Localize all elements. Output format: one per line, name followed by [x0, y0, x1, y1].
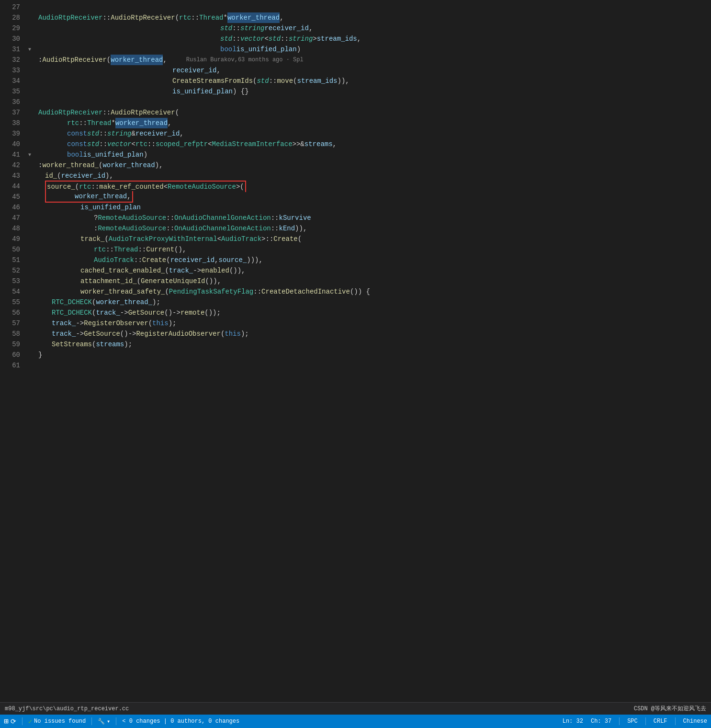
file-path-bar: m98_yjf\src\pc\audio_rtp_receiver.cc CSD…: [0, 702, 711, 715]
code-line-49: track_(AudioTrackProxyWithInternal<Audio…: [38, 234, 711, 244]
code-line-35: is_unified_plan) {}: [38, 86, 711, 97]
code-area: 27 28 29 30 31 32 33 34 35 36 37 38 39 4…: [0, 0, 711, 702]
ln-37: 37: [0, 107, 20, 118]
status-col[interactable]: Ch: 37: [591, 718, 611, 725]
ln-56: 56: [0, 307, 20, 318]
ln-42: 42: [0, 160, 20, 171]
encoding-label: SPC: [627, 718, 638, 725]
ln-31: 31: [0, 44, 20, 55]
code-line-29: std::string receiver_id,: [38, 23, 711, 34]
ln-28: 28: [0, 12, 20, 23]
ln-40: 40: [0, 139, 20, 149]
code-line-42: : worker_thread_(worker_thread),: [38, 160, 711, 171]
language-label: Chinese: [683, 718, 707, 725]
ln-58: 58: [0, 329, 20, 339]
status-encoding[interactable]: SPC: [627, 718, 638, 725]
code-line-61: [38, 360, 711, 371]
check-icon: ✓: [28, 717, 32, 726]
code-wrapper: AudioRtpReceiver::AudioRtpReceiver(rtc::…: [34, 2, 711, 702]
line-ending-label: CRLF: [654, 718, 667, 725]
code-line-32: : AudioRtpReceiver(worker_thread, Ruslan…: [38, 55, 711, 65]
ln-52: 52: [0, 265, 20, 276]
code-line-36: [38, 97, 711, 107]
ln-29: 29: [0, 23, 20, 34]
status-divider-1: [22, 717, 23, 725]
fold-31[interactable]: ▼: [25, 44, 34, 55]
status-divider-6: [675, 717, 676, 725]
code-line-31: bool is_unified_plan): [38, 44, 711, 55]
code-line-27: [38, 2, 711, 12]
code-line-51: AudioTrack::Create(receiver_id, source_)…: [38, 255, 711, 265]
ln-46: 46: [0, 202, 20, 213]
code-line-41: bool is_unified_plan): [38, 149, 711, 160]
ln-47: 47: [0, 213, 20, 223]
status-right: Ln: 32 Ch: 37 SPC CRLF Chinese: [563, 717, 707, 725]
ln-53: 53: [0, 276, 20, 286]
code-line-46: is_unified_plan: [38, 202, 711, 213]
ln-45: 45: [0, 192, 20, 202]
ln-43: 43: [0, 171, 20, 181]
ln-34: 34: [0, 76, 20, 86]
status-extensions: ⊞ ⟳: [4, 717, 16, 726]
status-line-ending[interactable]: CRLF: [654, 718, 667, 725]
code-line-54: worker_thread_safety_(PendingTaskSafetyF…: [38, 286, 711, 297]
file-path-text: m98_yjf\src\pc\audio_rtp_receiver.cc: [5, 705, 129, 712]
ln-label: Ln: 32: [563, 718, 583, 725]
code-line-59: SetStreams(streams);: [38, 339, 711, 350]
status-wrench[interactable]: 🔧 ▾: [98, 718, 110, 725]
sync-icon: ⟳: [11, 717, 16, 726]
ln-51: 51: [0, 255, 20, 265]
code-line-44: source_(rtc::make_ref_counted<RemoteAudi…: [38, 181, 711, 192]
wrench-arrow: ▾: [107, 718, 110, 725]
code-line-30: std::vector<std::string> stream_ids,: [38, 34, 711, 44]
status-ln[interactable]: Ln: 32: [563, 718, 583, 725]
code-line-57: track_->RegisterObserver(this);: [38, 318, 711, 329]
gutter: ▼ ▼: [25, 2, 34, 702]
code-line-56: RTC_DCHECK(track_->GetSource()->remote()…: [38, 307, 711, 318]
status-divider-4: [619, 717, 620, 725]
ln-48: 48: [0, 223, 20, 234]
status-changes[interactable]: < 0 changes | 0 authors, 0 changes: [122, 718, 239, 725]
csdn-credit: CSDN @等风来不如迎风飞去: [634, 705, 706, 713]
code-line-37: AudioRtpReceiver::AudioRtpReceiver(: [38, 107, 711, 118]
status-bar: ⊞ ⟳ ✓ No issues found 🔧 ▾ < 0 changes | …: [0, 715, 711, 728]
code-line-60: }: [38, 350, 711, 360]
ln-30: 30: [0, 34, 20, 44]
ln-50: 50: [0, 244, 20, 255]
col-label: Ch: 37: [591, 718, 611, 725]
ln-44: 44: [0, 181, 20, 192]
line-numbers: 27 28 29 30 31 32 33 34 35 36 37 38 39 4…: [0, 2, 25, 702]
no-issues-label: No issues found: [34, 718, 86, 725]
code-line-43: id_(receiver_id),: [38, 171, 711, 181]
code-line-38: rtc::Thread* worker_thread,: [38, 118, 711, 128]
ln-38: 38: [0, 118, 20, 128]
status-left: ⊞ ⟳ ✓ No issues found 🔧 ▾ < 0 changes | …: [4, 717, 239, 726]
ln-32: 32: [0, 55, 20, 65]
ln-60: 60: [0, 350, 20, 360]
code-line-34: CreateStreamsFromIds(std::move(stream_id…: [38, 76, 711, 86]
status-divider-3: [116, 717, 116, 725]
ln-35: 35: [0, 86, 20, 97]
ln-59: 59: [0, 339, 20, 350]
code-line-47: ? RemoteAudioSource::OnAudioChannelGoneA…: [38, 213, 711, 223]
code-line-45: worker_thread,: [38, 192, 711, 202]
code-line-52: cached_track_enabled_(track_->enabled())…: [38, 265, 711, 276]
ln-61: 61: [0, 360, 20, 371]
editor-container: 27 28 29 30 31 32 33 34 35 36 37 38 39 4…: [0, 0, 711, 728]
code-line-58: track_->GetSource()->RegisterAudioObserv…: [38, 329, 711, 339]
code-line-50: rtc::Thread::Current(),: [38, 244, 711, 255]
code-line-33: receiver_id,: [38, 65, 711, 76]
fold-41[interactable]: ▼: [25, 149, 34, 160]
code-line-55: RTC_DCHECK(worker_thread_);: [38, 297, 711, 307]
code-content[interactable]: AudioRtpReceiver::AudioRtpReceiver(rtc::…: [34, 2, 711, 371]
code-line-39: const std::string& receiver_id,: [38, 128, 711, 139]
ln-49: 49: [0, 234, 20, 244]
status-no-issues[interactable]: ✓ No issues found: [28, 717, 86, 726]
ln-27: 27: [0, 2, 20, 12]
wrench-icon: 🔧: [98, 718, 105, 725]
ln-39: 39: [0, 128, 20, 139]
ln-33: 33: [0, 65, 20, 76]
status-language[interactable]: Chinese: [683, 718, 707, 725]
code-line-53: attachment_id_(GenerateUniqueId()),: [38, 276, 711, 286]
ln-57: 57: [0, 318, 20, 329]
